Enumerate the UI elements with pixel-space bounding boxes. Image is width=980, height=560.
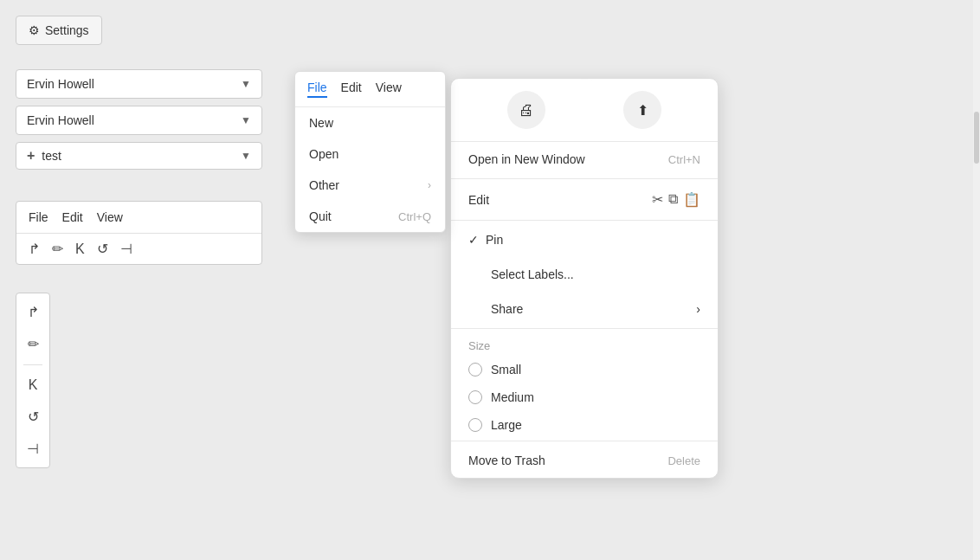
size-large-item[interactable]: Large bbox=[451, 411, 718, 439]
scrollbar-thumb[interactable] bbox=[974, 112, 979, 164]
import-icon[interactable]: ↱ bbox=[29, 241, 40, 257]
file-menu-new-label: New bbox=[309, 116, 333, 130]
divider-1 bbox=[451, 178, 718, 179]
chevron-down-icon: ▼ bbox=[241, 114, 251, 126]
context-menu: 🖨 ⬆ Open in New Window Ctrl+N Edit ✂ ⧉ 📋… bbox=[450, 78, 719, 479]
quit-shortcut: Ctrl+Q bbox=[398, 210, 431, 223]
chevron-down-icon: ▼ bbox=[241, 78, 251, 90]
share-icon: ⬆ bbox=[637, 102, 648, 119]
pin-item[interactable]: ✓ Pin bbox=[451, 222, 718, 257]
pencil-icon[interactable]: ✏ bbox=[52, 241, 63, 257]
size-small-item[interactable]: Small bbox=[451, 356, 718, 383]
dropdown-1-value: Ervin Howell bbox=[27, 77, 94, 91]
file-menu-view-tab[interactable]: View bbox=[376, 80, 402, 98]
file-menu-new[interactable]: New bbox=[295, 107, 445, 138]
dropdown-2[interactable]: Ervin Howell ▼ bbox=[16, 106, 262, 135]
paste-icon[interactable]: 📋 bbox=[683, 191, 700, 208]
chevron-down-icon: ▼ bbox=[241, 150, 251, 162]
radio-large bbox=[468, 418, 482, 432]
edit-action-icons: ✂ ⧉ 📋 bbox=[652, 191, 700, 208]
size-medium-label: Medium bbox=[491, 390, 534, 404]
select-labels-item[interactable]: Select Labels... bbox=[451, 257, 718, 292]
pencil-icon-v[interactable]: ✏ bbox=[24, 332, 42, 356]
scrollbar[interactable] bbox=[973, 0, 980, 560]
cut-icon[interactable]: ✂ bbox=[652, 191, 663, 208]
context-menu-top: 🖨 ⬆ bbox=[451, 79, 718, 142]
test-input-row[interactable]: + test ▼ bbox=[16, 142, 262, 170]
pin-label-container: ✓ Pin bbox=[468, 233, 503, 247]
divider-4 bbox=[451, 441, 718, 441]
select-labels-container: Select Labels... bbox=[468, 267, 574, 281]
end-icon[interactable]: ⊣ bbox=[120, 241, 132, 257]
edit-item[interactable]: Edit ✂ ⧉ 📋 bbox=[451, 181, 718, 218]
file-dropdown-menu: File Edit View New Open Other › Quit Ctr… bbox=[294, 71, 446, 233]
open-new-window-shortcut: Ctrl+N bbox=[668, 153, 700, 166]
file-menu-open-label: Open bbox=[309, 147, 338, 161]
menu-file[interactable]: File bbox=[29, 210, 48, 224]
delete-shortcut: Delete bbox=[667, 454, 700, 467]
add-icon: + bbox=[27, 148, 35, 164]
menu-bar: File Edit View ↱ ✏ K ↺ ⊣ bbox=[16, 201, 262, 265]
menu-edit[interactable]: Edit bbox=[62, 210, 83, 224]
test-input-value: test bbox=[42, 149, 234, 163]
open-new-window-item[interactable]: Open in New Window Ctrl+N bbox=[451, 142, 718, 177]
chevron-right-icon: › bbox=[696, 302, 700, 316]
file-menu-quit-label: Quit bbox=[309, 209, 332, 223]
share-button[interactable]: ⬆ bbox=[623, 91, 661, 129]
k-icon[interactable]: K bbox=[75, 241, 85, 257]
menu-bar-icons: ↱ ✏ K ↺ ⊣ bbox=[16, 234, 261, 264]
chevron-right-icon: › bbox=[428, 179, 431, 191]
pin-label: Pin bbox=[486, 233, 503, 247]
size-small-label: Small bbox=[491, 363, 521, 377]
dropdown-1[interactable]: Ervin Howell ▼ bbox=[16, 69, 262, 99]
menu-view[interactable]: View bbox=[97, 210, 123, 224]
copy-icon[interactable]: ⧉ bbox=[668, 191, 678, 208]
dropdown-area: Ervin Howell ▼ Ervin Howell ▼ + test ▼ bbox=[16, 69, 262, 170]
print-icon: 🖨 bbox=[519, 101, 534, 119]
import-icon-v[interactable]: ↱ bbox=[24, 300, 42, 324]
refresh-icon-v[interactable]: ↺ bbox=[24, 405, 42, 428]
file-menu-quit[interactable]: Quit Ctrl+Q bbox=[295, 201, 445, 232]
size-medium-item[interactable]: Medium bbox=[451, 383, 718, 411]
share-label-container: Share bbox=[468, 302, 523, 316]
move-to-trash-item[interactable]: Move to Trash Delete bbox=[451, 443, 718, 478]
gear-icon: ⚙ bbox=[29, 23, 40, 37]
radio-medium bbox=[468, 390, 482, 404]
settings-button[interactable]: ⚙ Settings bbox=[16, 16, 102, 45]
k-icon-v[interactable]: K bbox=[25, 374, 42, 396]
file-menu-other[interactable]: Other › bbox=[295, 170, 445, 201]
file-menu-header: File Edit View bbox=[295, 72, 445, 107]
radio-small bbox=[468, 363, 482, 377]
size-section-label: Size bbox=[451, 331, 718, 356]
menu-bar-top: File Edit View bbox=[16, 202, 261, 234]
move-to-trash-label: Move to Trash bbox=[468, 454, 545, 467]
toolbar-divider bbox=[23, 364, 42, 365]
settings-label: Settings bbox=[45, 23, 89, 37]
vertical-toolbar: ↱ ✏ K ↺ ⊣ bbox=[16, 293, 50, 468]
divider-3 bbox=[451, 328, 718, 329]
end-icon-v[interactable]: ⊣ bbox=[23, 437, 42, 460]
dropdown-2-value: Ervin Howell bbox=[27, 113, 94, 127]
share-item[interactable]: Share › bbox=[451, 292, 718, 326]
file-menu-edit-tab[interactable]: Edit bbox=[341, 80, 362, 98]
size-large-label: Large bbox=[491, 418, 522, 432]
file-menu-other-label: Other bbox=[309, 178, 339, 192]
file-menu-open[interactable]: Open bbox=[295, 138, 445, 170]
check-icon: ✓ bbox=[468, 233, 479, 247]
refresh-icon[interactable]: ↺ bbox=[97, 241, 108, 257]
print-button[interactable]: 🖨 bbox=[507, 91, 545, 129]
edit-label: Edit bbox=[468, 193, 489, 207]
share-label: Share bbox=[491, 302, 523, 316]
divider-2 bbox=[451, 220, 718, 221]
open-new-window-label: Open in New Window bbox=[468, 152, 585, 166]
select-labels-label: Select Labels... bbox=[491, 267, 574, 281]
file-menu-file-tab[interactable]: File bbox=[307, 80, 327, 98]
